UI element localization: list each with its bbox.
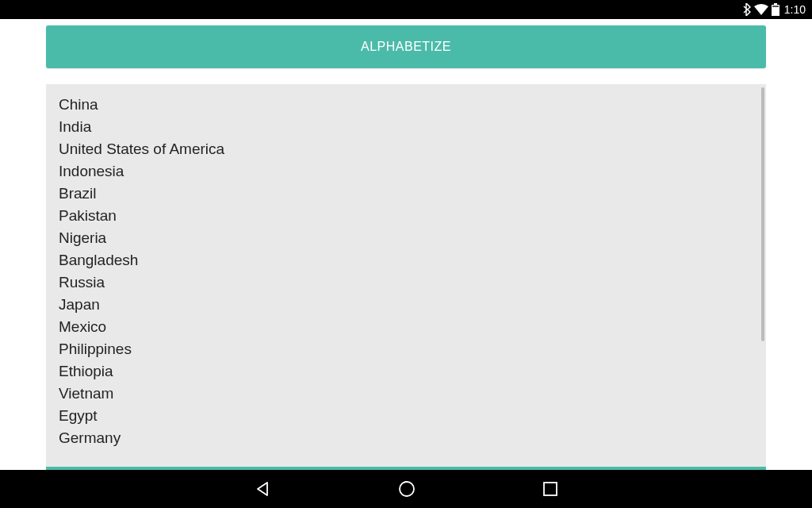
navigation-bar <box>0 470 812 508</box>
status-icons: 1:10 <box>741 3 806 16</box>
content-area: ALPHABETIZE <box>0 19 812 470</box>
status-time: 1:10 <box>784 3 806 16</box>
scrollbar-thumb[interactable] <box>761 87 764 341</box>
svg-rect-1 <box>774 3 777 5</box>
back-button[interactable] <box>254 480 271 498</box>
recent-apps-button[interactable] <box>542 481 558 497</box>
alphabetize-button[interactable]: ALPHABETIZE <box>46 25 766 68</box>
svg-point-3 <box>400 482 414 496</box>
country-textarea[interactable] <box>46 84 766 470</box>
home-button[interactable] <box>398 480 416 498</box>
status-bar: 1:10 <box>0 0 812 19</box>
wifi-icon <box>754 4 768 15</box>
svg-rect-2 <box>772 6 779 7</box>
bluetooth-icon <box>741 3 751 16</box>
battery-icon <box>772 3 779 16</box>
textarea-container <box>46 84 766 470</box>
svg-rect-4 <box>544 483 557 495</box>
